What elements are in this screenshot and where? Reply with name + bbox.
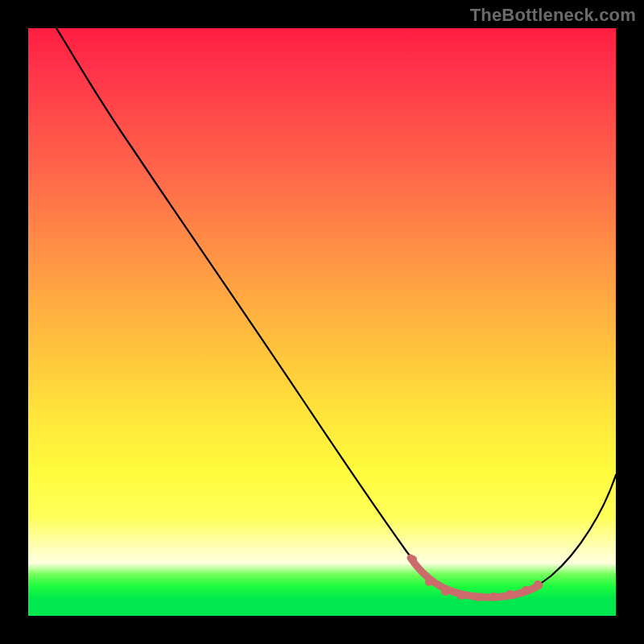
svg-point-8 bbox=[534, 580, 542, 588]
watermark-text: TheBottleneck.com bbox=[470, 5, 636, 26]
plot-area bbox=[28, 28, 616, 616]
svg-point-2 bbox=[441, 588, 449, 596]
chart-frame: TheBottleneck.com bbox=[0, 0, 644, 644]
svg-point-0 bbox=[409, 555, 417, 564]
svg-point-1 bbox=[425, 578, 433, 586]
svg-point-5 bbox=[489, 592, 497, 601]
svg-point-6 bbox=[506, 590, 514, 598]
bottleneck-curve bbox=[28, 28, 616, 616]
svg-point-4 bbox=[473, 593, 481, 601]
svg-point-3 bbox=[457, 592, 465, 600]
svg-point-7 bbox=[522, 586, 530, 594]
